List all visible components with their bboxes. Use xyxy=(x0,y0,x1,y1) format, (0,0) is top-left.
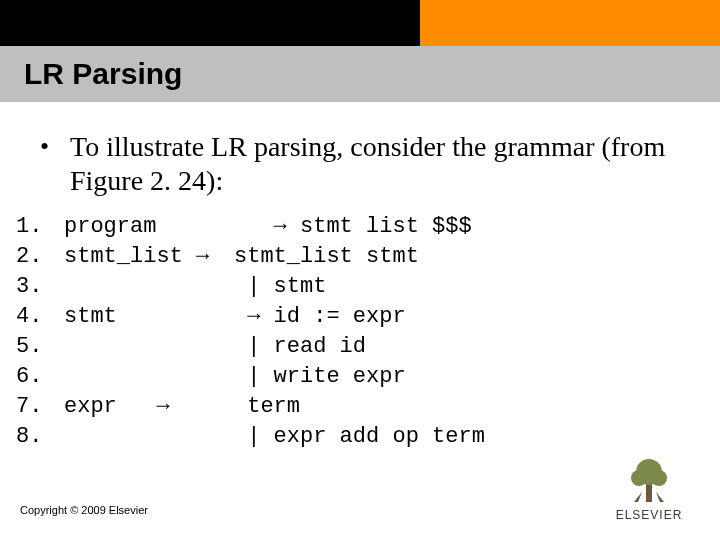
slide-root: LR Parsing • To illustrate LR parsing, c… xyxy=(0,0,720,540)
grammar-num: 8. xyxy=(16,422,64,452)
grammar-rhs: stmt_list stmt xyxy=(234,242,680,272)
grammar-lhs xyxy=(64,362,234,392)
grammar-rhs: | stmt xyxy=(234,272,680,302)
grammar-rhs: → stmt list $$$ xyxy=(234,212,680,242)
grammar-lhs: stmt_list → xyxy=(64,242,234,272)
grammar-lhs xyxy=(64,332,234,362)
grammar-line: 8. | expr add op term xyxy=(16,422,680,452)
top-black-bar xyxy=(0,0,720,46)
grammar-line: 1. program → stmt list $$$ xyxy=(16,212,680,242)
copyright-text: Copyright © 2009 Elsevier xyxy=(20,504,148,516)
grammar-line: 3. | stmt xyxy=(16,272,680,302)
svg-point-3 xyxy=(651,470,667,486)
grammar-line: 5. | read id xyxy=(16,332,680,362)
publisher-brand: ELSEVIER xyxy=(606,508,692,522)
grammar-line: 2. stmt_list → stmt_list stmt xyxy=(16,242,680,272)
grammar-lhs xyxy=(64,422,234,452)
grammar-lhs: program xyxy=(64,212,234,242)
publisher-logo: ELSEVIER xyxy=(606,456,692,522)
grammar-block: 1. program → stmt list $$$ 2. stmt_list … xyxy=(16,212,680,452)
grammar-num: 1. xyxy=(16,212,64,242)
bullet-text: To illustrate LR parsing, consider the g… xyxy=(70,130,680,198)
grammar-num: 7. xyxy=(16,392,64,422)
title-bar: LR Parsing xyxy=(0,46,720,102)
grammar-line: 6. | write expr xyxy=(16,362,680,392)
grammar-rhs: | write expr xyxy=(234,362,680,392)
slide-body: • To illustrate LR parsing, consider the… xyxy=(40,120,680,452)
top-orange-block xyxy=(420,0,720,46)
grammar-num: 5. xyxy=(16,332,64,362)
grammar-num: 4. xyxy=(16,302,64,332)
bullet-marker: • xyxy=(40,130,70,164)
grammar-lhs: expr → xyxy=(64,392,234,422)
svg-point-2 xyxy=(631,470,647,486)
elsevier-tree-icon xyxy=(624,456,674,506)
grammar-num: 6. xyxy=(16,362,64,392)
grammar-num: 2. xyxy=(16,242,64,272)
grammar-line: 7. expr → term xyxy=(16,392,680,422)
grammar-rhs: | read id xyxy=(234,332,680,362)
grammar-line: 4. stmt → id := expr xyxy=(16,302,680,332)
grammar-rhs: term xyxy=(234,392,680,422)
grammar-lhs xyxy=(64,272,234,302)
grammar-rhs: | expr add op term xyxy=(234,422,680,452)
grammar-rhs: → id := expr xyxy=(234,302,680,332)
slide-title: LR Parsing xyxy=(24,57,182,91)
grammar-num: 3. xyxy=(16,272,64,302)
bullet-item: • To illustrate LR parsing, consider the… xyxy=(40,130,680,198)
grammar-lhs: stmt xyxy=(64,302,234,332)
